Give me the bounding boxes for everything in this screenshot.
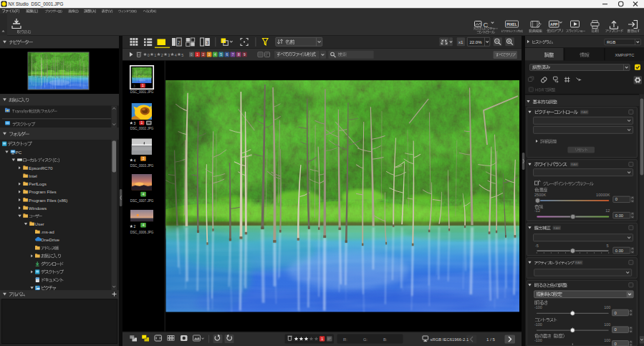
svg-text:DSC_0001.JPG: DSC_0001.JPG	[32, 1, 64, 7]
svg-text:1: 1	[154, 53, 156, 57]
svg-text:6: 6	[226, 53, 228, 57]
svg-text:DSC_0007.JPG: DSC_0007.JPG	[130, 199, 154, 203]
svg-text:100: 100	[604, 322, 610, 327]
svg-text:22.0%: 22.0%	[470, 40, 483, 44]
svg-text:RAW: RAW	[571, 163, 577, 166]
svg-text:4: 4	[134, 158, 136, 163]
svg-text:PerfLogs: PerfLogs	[29, 181, 47, 186]
svg-text:Intel: Intel	[29, 173, 37, 178]
svg-text:RAW: RAW	[554, 226, 560, 230]
svg-text:0: 0	[148, 53, 150, 57]
svg-text:0: 0	[615, 342, 617, 346]
svg-text:0: 0	[615, 311, 617, 315]
svg-text:B:: B:	[383, 337, 388, 342]
svg-text:5: 5	[220, 53, 222, 57]
svg-text:RAW: RAW	[581, 110, 587, 114]
svg-text:1: 1	[321, 337, 323, 341]
svg-text:2: 2	[178, 40, 181, 45]
svg-text:4: 4	[214, 53, 216, 57]
svg-text:1: 1	[142, 84, 144, 87]
svg-text:5: 5	[607, 244, 609, 248]
svg-text:Program Files: Program Files	[29, 189, 57, 194]
svg-text:Program Files (x86): Program Files (x86)	[29, 198, 67, 203]
svg-text:12: 12	[605, 208, 610, 213]
svg-text:sRGB IEC61966-2.1: sRGB IEC61966-2.1	[431, 337, 469, 342]
svg-text:-5: -5	[535, 244, 539, 248]
svg-text:10000K: 10000K	[596, 193, 610, 197]
svg-text:PIXEL: PIXEL	[506, 22, 516, 27]
svg-text:1 / 5: 1 / 5	[486, 337, 496, 342]
svg-text:3: 3	[208, 53, 211, 57]
svg-text:-100: -100	[534, 305, 542, 309]
svg-text:0: 0	[615, 197, 617, 201]
svg-text:1: 1	[141, 121, 143, 125]
svg-text:7: 7	[232, 53, 234, 57]
svg-text:4: 4	[175, 53, 177, 57]
svg-text:0: 0	[191, 53, 193, 57]
svg-text:DSC_0006.JPG: DSC_0006.JPG	[130, 231, 154, 234]
svg-text:User: User	[35, 221, 44, 226]
svg-text:1: 1	[196, 53, 198, 57]
svg-text:0.00: 0.00	[615, 249, 623, 253]
svg-text:OneDrive: OneDrive	[41, 237, 60, 242]
svg-text:.ms-ad: .ms-ad	[41, 229, 54, 234]
svg-text:2: 2	[161, 53, 163, 57]
svg-text:3: 3	[134, 121, 136, 125]
svg-text:R:: R:	[343, 337, 347, 342]
svg-text:PC: PC	[16, 150, 22, 155]
svg-text:NX Studio: NX Studio	[9, 1, 29, 6]
svg-text:C: C	[484, 21, 489, 29]
svg-text:9: 9	[244, 53, 246, 57]
svg-text:-100: -100	[534, 338, 542, 342]
svg-text:3: 3	[143, 157, 145, 160]
svg-text:5: 5	[181, 53, 183, 57]
svg-text:2500K: 2500K	[534, 193, 546, 197]
svg-text:Windows: Windows	[29, 206, 47, 211]
svg-text:0.00: 0.00	[615, 213, 623, 218]
svg-text:DSC_0003.JPG: DSC_0003.JPG	[130, 164, 154, 168]
svg-text:-100: -100	[534, 322, 542, 327]
svg-text:2: 2	[134, 224, 136, 229]
svg-text:4: 4	[143, 193, 145, 196]
svg-text:G:: G:	[363, 337, 368, 342]
svg-text:3: 3	[206, 40, 209, 45]
svg-text:DSC_0002.JPG: DSC_0002.JPG	[130, 127, 154, 130]
svg-text:3: 3	[168, 53, 170, 57]
svg-text:RGB: RGB	[607, 40, 616, 44]
svg-text:-12: -12	[534, 208, 540, 213]
svg-text:0: 0	[615, 327, 617, 332]
svg-text:RAW: RAW	[575, 261, 582, 264]
svg-text:4: 4	[143, 224, 145, 227]
svg-text:EpsonRC70: EpsonRC70	[29, 165, 53, 170]
svg-text:x1: x1	[458, 39, 463, 44]
svg-text:APP: APP	[550, 22, 558, 27]
svg-text:XMP/IPTC: XMP/IPTC	[615, 53, 634, 57]
svg-text:DSC_0001.JPG: DSC_0001.JPG	[130, 90, 154, 94]
svg-text:100: 100	[604, 305, 610, 309]
svg-text:8: 8	[238, 53, 240, 57]
svg-text:100: 100	[604, 338, 610, 342]
svg-text:2: 2	[203, 53, 205, 57]
svg-text:3: 3	[133, 84, 135, 88]
